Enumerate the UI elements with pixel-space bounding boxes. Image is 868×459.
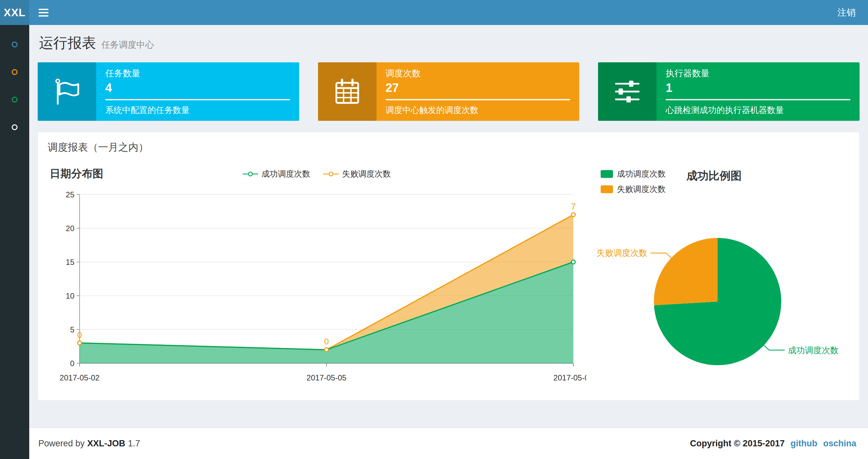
svg-text:0: 0 xyxy=(77,330,82,340)
sidebar-item-2[interactable] xyxy=(0,68,29,76)
svg-text:0: 0 xyxy=(324,337,329,347)
info-box-label: 执行器数量 xyxy=(665,67,850,79)
info-box-jobs: 任务数量 4 系统中配置的任务数量 xyxy=(38,62,299,121)
info-box-label: 任务数量 xyxy=(105,67,290,79)
success-ratio-pie-chart: 成功调度次数失败调度次数 xyxy=(601,204,840,386)
hamburger-icon xyxy=(39,9,49,10)
svg-text:7: 7 xyxy=(571,202,576,211)
sliders-icon xyxy=(598,62,656,121)
info-box-description: 调度中心触发的调度次数 xyxy=(385,104,570,116)
powered-by: Powered by XXL-JOB 1.7 xyxy=(38,438,140,449)
app-logo[interactable]: XXL xyxy=(0,0,29,25)
legend-item-fail[interactable]: 失败调度次数 xyxy=(323,168,391,179)
powered-prefix: Powered by xyxy=(38,438,85,449)
line-chart-title: 日期分布图 xyxy=(50,166,103,181)
line-chart-legend: 成功调度次数 失败调度次数 xyxy=(243,168,391,179)
info-box-progress xyxy=(385,99,570,100)
svg-text:20: 20 xyxy=(66,224,74,233)
info-box-number: 27 xyxy=(385,81,570,95)
info-box-number: 4 xyxy=(105,81,290,95)
circle-icon xyxy=(12,97,18,103)
legend-item-fail[interactable]: 失败调度次数 xyxy=(601,184,665,194)
legend-swatch-icon xyxy=(601,185,613,193)
info-box-number: 1 xyxy=(665,81,850,95)
flag-icon xyxy=(38,62,96,121)
line-chart-header: 日期分布图 成功调度次数 xyxy=(47,164,586,185)
info-box-label: 调度次数 xyxy=(385,67,570,79)
svg-text:成功调度次数: 成功调度次数 xyxy=(788,346,839,355)
sidebar-item-4[interactable] xyxy=(0,124,29,131)
copyright-text: Copyright © 2015-2017 xyxy=(690,438,785,449)
svg-text:10: 10 xyxy=(66,292,74,300)
sidebar-nav xyxy=(0,25,29,459)
legend-swatch-icon xyxy=(601,170,613,178)
page-footer: Powered by XXL-JOB 1.7 Copyright © 2015-… xyxy=(29,427,868,459)
sidebar-item-1[interactable] xyxy=(0,41,29,48)
legend-label: 失败调度次数 xyxy=(617,184,665,194)
svg-text:2017-05-08: 2017-05-08 xyxy=(554,373,586,382)
github-link[interactable]: github xyxy=(791,438,817,449)
info-box-description: 心跳检测成功的执行器机器数量 xyxy=(665,104,850,116)
panel-title: 调度报表（一月之内） xyxy=(38,132,859,161)
top-navbar: XXL 注销 xyxy=(0,0,868,25)
info-box-row: 任务数量 4 系统中配置的任务数量 调度次数 27 调度中心 xyxy=(38,62,860,121)
legend-line-marker-icon xyxy=(243,171,258,176)
product-version: 1.7 xyxy=(128,438,140,449)
legend-label: 失败调度次数 xyxy=(342,168,391,179)
calendar-icon xyxy=(318,62,376,121)
page-subtitle: 任务调度中心 xyxy=(101,39,154,51)
oschina-link[interactable]: oschina xyxy=(823,438,856,449)
product-name: XXL-JOB xyxy=(87,438,125,449)
svg-text:失败调度次数: 失败调度次数 xyxy=(596,248,647,258)
main-content: 运行报表 任务调度中心 任务数量 4 系统中配置的任务数量 xyxy=(29,25,868,427)
legend-line-marker-icon xyxy=(323,171,339,176)
legend-label: 成功调度次数 xyxy=(261,168,310,179)
page-header: 运行报表 任务调度中心 xyxy=(39,33,860,53)
info-box-triggers: 调度次数 27 调度中心触发的调度次数 xyxy=(318,62,580,121)
success-ratio-section: 成功调度次数 失败调度次数 成功比例图 成功调度次数失败调度次数 xyxy=(586,164,850,389)
date-distribution-section: 日期分布图 成功调度次数 xyxy=(47,164,586,389)
navbar-spacer xyxy=(58,0,825,25)
schedule-report-panel: 调度报表（一月之内） 日期分布图 成功调度次数 xyxy=(38,132,860,400)
info-box-progress xyxy=(105,99,290,100)
info-box-progress xyxy=(665,99,850,100)
circle-icon xyxy=(12,69,18,75)
svg-text:25: 25 xyxy=(66,190,74,199)
circle-icon xyxy=(12,124,18,130)
pie-chart-header: 成功调度次数 失败调度次数 成功比例图 xyxy=(601,168,850,194)
legend-item-success[interactable]: 成功调度次数 xyxy=(601,168,665,179)
info-box-content: 调度次数 27 调度中心触发的调度次数 xyxy=(376,62,580,121)
svg-text:5: 5 xyxy=(70,325,74,334)
hamburger-menu-button[interactable] xyxy=(29,0,58,25)
svg-text:0: 0 xyxy=(70,359,74,368)
charts-row: 日期分布图 成功调度次数 xyxy=(38,161,859,389)
info-box-content: 执行器数量 1 心跳检测成功的执行器机器数量 xyxy=(656,62,860,121)
info-box-executors: 执行器数量 1 心跳检测成功的执行器机器数量 xyxy=(598,62,860,121)
circle-icon xyxy=(12,41,18,47)
date-distribution-chart: 05101520252017-05-022017-05-052017-05-08… xyxy=(47,185,586,388)
sidebar-item-3[interactable] xyxy=(0,96,29,103)
pie-chart-title: 成功比例图 xyxy=(686,168,742,184)
footer-right: Copyright © 2015-2017 github oschina xyxy=(690,438,856,449)
legend-item-success[interactable]: 成功调度次数 xyxy=(243,168,310,179)
info-box-description: 系统中配置的任务数量 xyxy=(105,104,290,116)
logout-link[interactable]: 注销 xyxy=(825,0,868,25)
svg-text:2017-05-02: 2017-05-02 xyxy=(60,373,100,382)
page-title: 运行报表 xyxy=(39,33,96,53)
svg-text:15: 15 xyxy=(66,258,74,266)
pie-chart-legend: 成功调度次数 失败调度次数 xyxy=(601,168,665,194)
legend-label: 成功调度次数 xyxy=(617,168,665,179)
svg-text:2017-05-05: 2017-05-05 xyxy=(307,373,347,382)
info-box-content: 任务数量 4 系统中配置的任务数量 xyxy=(96,62,299,121)
